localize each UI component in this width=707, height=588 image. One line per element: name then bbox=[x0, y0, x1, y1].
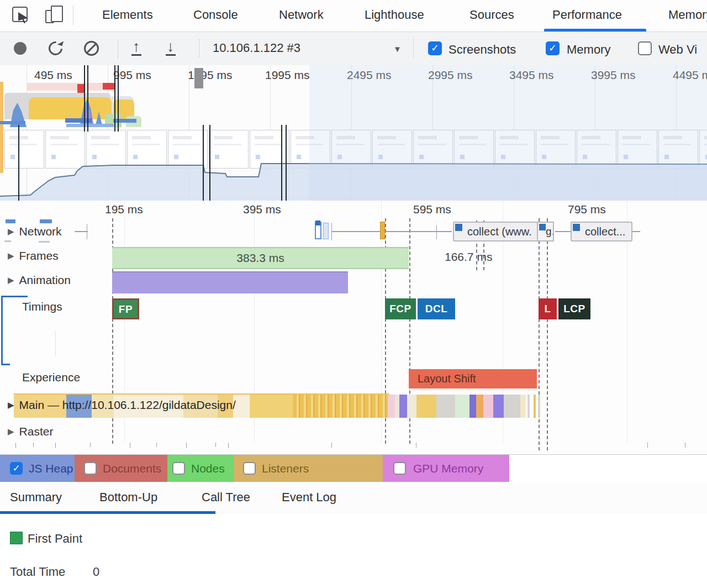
web-vitals-label[interactable]: Web Vi bbox=[658, 43, 697, 57]
mini-tick bbox=[15, 443, 16, 448]
tab-console[interactable]: Console bbox=[193, 8, 238, 22]
tab-call-tree[interactable]: Call Tree bbox=[202, 490, 250, 505]
track-network[interactable]: ▶Network bbox=[8, 225, 62, 238]
mini-tick bbox=[130, 443, 130, 448]
network-request-pill[interactable]: g. bbox=[537, 222, 554, 242]
screenshots-checkbox[interactable]: ✓ bbox=[428, 41, 442, 55]
tab-network[interactable]: Network bbox=[279, 8, 324, 22]
timeline-overview[interactable]: 495 ms 995 ms 1495 ms 1995 ms 2495 ms 29… bbox=[0, 65, 707, 201]
tab-bottom-up[interactable]: Bottom-Up bbox=[99, 490, 157, 505]
chevron-right-icon[interactable]: ▶ bbox=[8, 251, 14, 260]
flame-segment[interactable] bbox=[483, 395, 493, 418]
fcp-badge[interactable]: FCP bbox=[385, 298, 416, 319]
clear-icon[interactable] bbox=[84, 41, 99, 56]
chevron-right-icon[interactable]: ▶ bbox=[8, 400, 14, 410]
flame-segment[interactable] bbox=[534, 395, 536, 418]
timings-bracket-bottom bbox=[1, 364, 10, 365]
mini-tick bbox=[33, 443, 34, 447]
flame-segment[interactable] bbox=[476, 395, 483, 418]
listeners-checkbox[interactable] bbox=[243, 462, 256, 475]
gpu-memory-checkbox[interactable] bbox=[393, 462, 406, 475]
chevron-down-icon[interactable]: ▼ bbox=[393, 44, 402, 54]
network-baseline bbox=[331, 231, 452, 232]
track-experience[interactable]: Experience bbox=[22, 371, 80, 384]
web-vitals-checkbox[interactable] bbox=[638, 41, 652, 55]
overview-ruler-label: 2495 ms bbox=[347, 69, 392, 82]
flame-segment[interactable] bbox=[399, 395, 407, 418]
mini-tick bbox=[186, 443, 187, 448]
flame-segment[interactable] bbox=[436, 395, 455, 418]
js-heap-label[interactable]: JS Heap bbox=[29, 462, 73, 475]
flame-segment[interactable] bbox=[538, 395, 540, 418]
device-toolbar-icon-back bbox=[51, 6, 63, 22]
details-tabbar: Summary Bottom-Up Call Tree Event Log bbox=[0, 482, 707, 514]
window-handle-right[interactable] bbox=[114, 65, 115, 132]
save-profile-icon[interactable]: ↓ bbox=[166, 39, 176, 56]
track-frames[interactable]: ▶Frames bbox=[8, 249, 59, 262]
window-handle-right[interactable] bbox=[118, 65, 119, 132]
marker-line bbox=[18, 125, 19, 201]
tab-memory[interactable]: Memory bbox=[668, 8, 707, 22]
track-raster[interactable]: ▶Raster bbox=[8, 425, 53, 438]
flame-segment[interactable] bbox=[416, 395, 436, 418]
animation-bar[interactable] bbox=[112, 271, 348, 293]
flame-segment[interactable] bbox=[293, 395, 388, 418]
flame-segment[interactable] bbox=[469, 395, 476, 418]
tab-event-log[interactable]: Event Log bbox=[282, 490, 336, 505]
listeners-label[interactable]: Listeners bbox=[262, 462, 309, 475]
fp-badge[interactable]: FP bbox=[112, 298, 139, 319]
documents-label[interactable]: Documents bbox=[103, 462, 161, 475]
record-button[interactable] bbox=[14, 42, 27, 55]
scrollbar-thumb[interactable] bbox=[194, 68, 203, 88]
flame-segment[interactable] bbox=[520, 395, 526, 418]
tab-performance[interactable]: Performance bbox=[552, 8, 622, 22]
documents-checkbox[interactable] bbox=[84, 462, 97, 475]
nodes-checkbox[interactable] bbox=[172, 462, 185, 475]
window-handle-left[interactable] bbox=[84, 65, 85, 132]
track-timings[interactable]: Timings bbox=[22, 300, 62, 313]
chevron-right-icon[interactable]: ▶ bbox=[8, 275, 14, 285]
chevron-right-icon[interactable]: ▶ bbox=[8, 227, 14, 236]
long-task-marker bbox=[103, 83, 115, 90]
tab-summary[interactable]: Summary bbox=[10, 490, 62, 505]
l-badge[interactable]: L bbox=[539, 298, 557, 319]
memory-label[interactable]: Memory bbox=[567, 43, 610, 57]
flame-segment[interactable] bbox=[395, 395, 399, 418]
flame-segment[interactable] bbox=[407, 395, 416, 418]
chevron-right-icon[interactable]: ▶ bbox=[8, 427, 14, 436]
memory-checkbox[interactable]: ✓ bbox=[546, 41, 560, 55]
gpu-memory-label[interactable]: GPU Memory bbox=[413, 462, 483, 475]
track-main[interactable]: ▶Main — http://10.106.1.122/gildataDesig… bbox=[8, 398, 236, 412]
network-request-bar[interactable] bbox=[380, 222, 385, 239]
frame-bar[interactable]: 383.3 ms bbox=[112, 247, 409, 269]
lcp-badge[interactable]: LCP bbox=[558, 298, 590, 319]
network-request-pill[interactable]: collect... bbox=[571, 222, 632, 242]
flame-segment[interactable] bbox=[388, 395, 395, 418]
mini-tick bbox=[685, 443, 685, 448]
track-animation[interactable]: ▶Animation bbox=[8, 274, 71, 287]
track-ruler-label: 795 ms bbox=[568, 203, 606, 216]
layout-shift-bar[interactable]: Layout Shift bbox=[409, 369, 537, 389]
history-select[interactable]: 10.106.1.122 #3 bbox=[213, 41, 300, 55]
devtools-tabbar: Elements Console Network Lighthouse Sour… bbox=[0, 0, 707, 32]
tab-sources[interactable]: Sources bbox=[469, 8, 514, 22]
nodes-label[interactable]: Nodes bbox=[191, 462, 225, 475]
mini-tick bbox=[228, 443, 229, 448]
flame-segment[interactable] bbox=[250, 395, 293, 418]
tab-elements[interactable]: Elements bbox=[102, 8, 153, 22]
flame-segment[interactable] bbox=[527, 395, 530, 418]
load-profile-icon[interactable]: ↑ bbox=[131, 39, 141, 56]
memory-graph bbox=[0, 129, 707, 201]
network-request-bar[interactable] bbox=[323, 223, 329, 239]
screenshots-label[interactable]: Screenshots bbox=[449, 43, 516, 57]
overview-ruler-label: 3495 ms bbox=[509, 69, 554, 82]
mini-tick bbox=[156, 443, 157, 447]
flame-segment[interactable] bbox=[455, 395, 469, 418]
selected-event-title: First Paint bbox=[28, 532, 82, 546]
dcl-badge[interactable]: DCL bbox=[418, 298, 455, 319]
tab-lighthouse[interactable]: Lighthouse bbox=[365, 8, 424, 22]
js-heap-checkbox[interactable]: ✓ bbox=[10, 462, 23, 475]
flame-segment[interactable] bbox=[504, 395, 520, 418]
flame-segment[interactable] bbox=[493, 395, 504, 418]
window-handle-left[interactable] bbox=[87, 65, 88, 132]
